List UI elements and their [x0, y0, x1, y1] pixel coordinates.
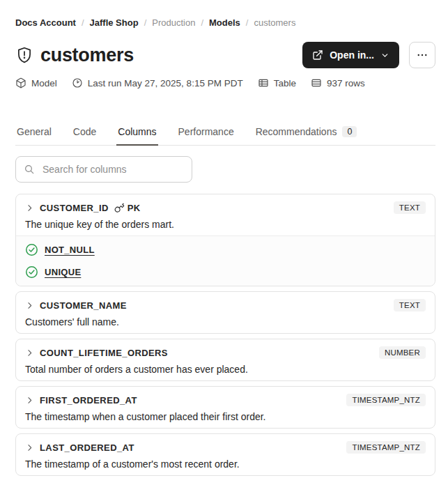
- tab-label: Performance: [178, 126, 234, 137]
- column-card-main: LAST_ORDERED_AT TIMESTAMP_NTZ The timest…: [16, 434, 435, 475]
- column-type-badge: TEXT: [394, 299, 426, 311]
- test-link[interactable]: NOT_NULL: [45, 245, 95, 255]
- tab-label: General: [17, 126, 52, 137]
- breadcrumb-item-customers: customers: [254, 17, 295, 28]
- column-description: Customers' full name.: [25, 316, 426, 327]
- column-card-main: CUSTOMER_ID PK TEXT The unique key of th…: [16, 194, 435, 236]
- tab-code[interactable]: Code: [72, 122, 98, 145]
- column-header-row[interactable]: COUNT_LIFETIME_ORDERS NUMBER: [25, 346, 426, 360]
- check-circle-icon: [25, 265, 38, 279]
- pk-label: PK: [128, 203, 141, 213]
- tab-performance[interactable]: Performance: [177, 122, 235, 145]
- breadcrumb-separator: /: [246, 17, 249, 28]
- column-name[interactable]: FIRST_ORDERED_AT: [40, 395, 137, 406]
- breadcrumb-separator: /: [201, 17, 203, 28]
- search-icon: [24, 164, 35, 175]
- column-name[interactable]: LAST_ORDERED_AT: [40, 442, 134, 453]
- column-description: The timestamp when a customer placed the…: [25, 411, 426, 422]
- breadcrumb-item-docs-account[interactable]: Docs Account: [15, 17, 76, 28]
- column-card: CUSTOMER_NAME TEXT Customers' full name.: [15, 291, 435, 334]
- column-card: LAST_ORDERED_AT TIMESTAMP_NTZ The timest…: [15, 433, 435, 476]
- breadcrumb-separator: /: [144, 17, 147, 28]
- meta-materialization-label: Table: [274, 78, 296, 88]
- meta-row-count-label: 937 rows: [327, 78, 365, 88]
- shield-alert-icon: [15, 46, 33, 64]
- meta-resource-type-label: Model: [31, 78, 57, 88]
- column-type-badge: TIMESTAMP_NTZ: [346, 394, 426, 406]
- open-in-button[interactable]: Open in...: [302, 42, 399, 68]
- test-link[interactable]: UNIQUE: [45, 267, 81, 277]
- column-type-badge: TEXT: [394, 201, 426, 214]
- breadcrumb-item-jaffle-shop[interactable]: Jaffle Shop: [90, 17, 139, 28]
- column-description: The timestamp of a customer's most recen…: [25, 458, 426, 470]
- rows-icon: [311, 77, 322, 88]
- more-options-button[interactable]: [409, 42, 435, 68]
- primary-key-indicator: PK: [114, 203, 141, 213]
- chevron-right-icon[interactable]: [25, 443, 34, 452]
- breadcrumb-separator: /: [82, 17, 84, 28]
- column-name[interactable]: COUNT_LIFETIME_ORDERS: [40, 348, 168, 358]
- breadcrumb: Docs Account / Jaffle Shop / Production …: [15, 17, 435, 28]
- column-card-main: FIRST_ORDERED_AT TIMESTAMP_NTZ The times…: [16, 387, 435, 428]
- column-search: [15, 156, 192, 183]
- meta-row-count: 937 rows: [311, 77, 365, 88]
- column-name[interactable]: CUSTOMER_NAME: [40, 300, 127, 311]
- meta-resource-type: Model: [15, 77, 57, 88]
- check-circle-icon: [25, 243, 38, 256]
- page-title: customers: [40, 45, 134, 66]
- meta-materialization: Table: [258, 77, 296, 88]
- tab-general[interactable]: General: [15, 122, 53, 145]
- chevron-right-icon[interactable]: [25, 203, 34, 213]
- key-icon: [114, 203, 125, 213]
- column-type-badge: NUMBER: [379, 346, 426, 359]
- header-actions: Open in...: [302, 42, 435, 68]
- test-row: UNIQUE: [25, 265, 426, 279]
- column-description: The unique key of the orders mart.: [25, 219, 426, 230]
- test-row: NOT_NULL: [25, 243, 426, 256]
- column-card-main: COUNT_LIFETIME_ORDERS NUMBER Total numbe…: [16, 339, 435, 380]
- page: Docs Account / Jaffle Shop / Production …: [0, 0, 448, 476]
- column-card: FIRST_ORDERED_AT TIMESTAMP_NTZ The times…: [15, 386, 435, 429]
- column-header-row[interactable]: FIRST_ORDERED_AT TIMESTAMP_NTZ: [25, 393, 426, 407]
- column-header-row[interactable]: LAST_ORDERED_AT TIMESTAMP_NTZ: [25, 440, 426, 454]
- tab-recommendations[interactable]: Recommendations 0: [254, 122, 359, 145]
- tab-columns[interactable]: Columns: [116, 122, 157, 146]
- tab-label: Code: [73, 126, 96, 137]
- recommendations-count-badge: 0: [342, 126, 357, 137]
- title-row: customers Open in...: [15, 42, 435, 68]
- chevron-right-icon[interactable]: [25, 396, 34, 405]
- meta-row: Model Last run May 27, 2025, 8:15 PM PDT: [15, 77, 435, 88]
- column-name[interactable]: CUSTOMER_ID: [40, 203, 109, 213]
- chevron-down-icon: [380, 51, 389, 60]
- column-card: COUNT_LIFETIME_ORDERS NUMBER Total numbe…: [15, 339, 435, 381]
- tab-bar: General Code Columns Performance Recomme…: [15, 122, 435, 146]
- breadcrumb-item-production[interactable]: Production: [152, 17, 195, 28]
- open-in-label: Open in...: [330, 49, 374, 61]
- breadcrumb-item-models[interactable]: Models: [209, 17, 240, 28]
- tab-label: Recommendations: [256, 126, 337, 137]
- ellipsis-icon: [416, 49, 428, 61]
- column-description: Total number of orders a customer has ev…: [25, 364, 426, 375]
- meta-last-run-label: Last run May 27, 2025, 8:15 PM PDT: [88, 78, 243, 88]
- column-card: CUSTOMER_ID PK TEXT The unique key of th…: [15, 194, 435, 286]
- clock-icon: [72, 77, 83, 88]
- tab-label: Columns: [118, 126, 156, 137]
- search-input[interactable]: [41, 163, 184, 176]
- column-header-row[interactable]: CUSTOMER_NAME TEXT: [25, 298, 426, 312]
- external-link-icon: [312, 49, 323, 61]
- chevron-right-icon[interactable]: [25, 301, 34, 310]
- column-card-main: CUSTOMER_NAME TEXT Customers' full name.: [16, 292, 435, 333]
- table-icon: [258, 77, 269, 88]
- column-tests: NOT_NULL UNIQUE: [16, 236, 435, 286]
- meta-last-run: Last run May 27, 2025, 8:15 PM PDT: [72, 77, 243, 88]
- column-list: CUSTOMER_ID PK TEXT The unique key of th…: [15, 194, 435, 476]
- chevron-right-icon[interactable]: [25, 348, 34, 357]
- column-header-row[interactable]: CUSTOMER_ID PK TEXT: [25, 201, 426, 215]
- column-type-badge: TIMESTAMP_NTZ: [346, 441, 426, 454]
- cube-icon: [15, 77, 26, 88]
